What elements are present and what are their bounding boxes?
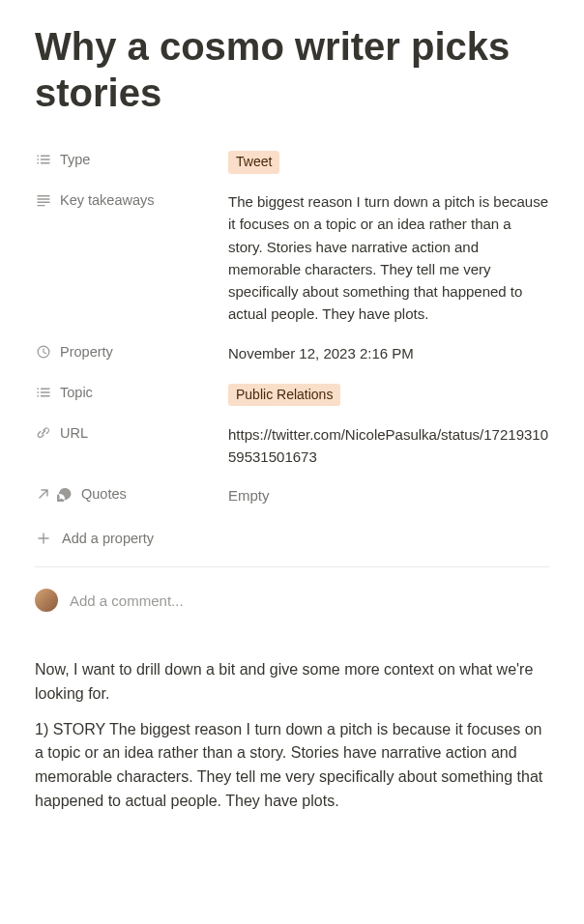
property-label: URL (35, 422, 228, 442)
add-property-label: Add a property (62, 531, 154, 546)
property-topic[interactable]: Topic Public Relations (35, 378, 549, 411)
property-type[interactable]: Type Tweet (35, 145, 549, 178)
avatar (35, 589, 58, 612)
property-label: Type (35, 149, 228, 168)
property-value[interactable]: Tweet (228, 149, 549, 174)
property-value[interactable]: November 12, 2023 2:16 PM (228, 341, 549, 364)
multiselect-icon (35, 151, 52, 168)
text-icon (35, 191, 52, 209)
multiselect-icon (35, 384, 52, 401)
property-label-text: Quotes (81, 486, 127, 502)
type-tag[interactable]: Tweet (228, 151, 279, 174)
topic-tag[interactable]: Public Relations (228, 384, 340, 407)
page-body[interactable]: Now, I want to drill down a bit and give… (35, 658, 549, 814)
property-label: Topic (35, 382, 228, 401)
plus-icon (35, 530, 52, 547)
properties-panel: Type Tweet Key takeaways The biggest rea… (35, 145, 549, 512)
property-label-text: Type (60, 152, 90, 167)
property-date[interactable]: Property November 12, 2023 2:16 PM (35, 337, 549, 370)
property-key-takeaways[interactable]: Key takeaways The biggest reason I turn … (35, 186, 549, 330)
property-value[interactable]: Public Relations (228, 382, 549, 407)
property-label: Property (35, 341, 228, 361)
divider (35, 566, 549, 567)
comment-placeholder: Add a comment... (70, 592, 184, 609)
arrow-icon (35, 485, 52, 503)
svg-point-0 (62, 493, 64, 495)
body-paragraph[interactable]: Now, I want to drill down a bit and give… (35, 658, 549, 707)
property-value[interactable]: https://twitter.com/NicolePasulka/status… (228, 422, 549, 469)
property-value[interactable]: The biggest reason I turn down a pitch i… (228, 189, 549, 326)
speech-bubble-icon (56, 485, 73, 503)
property-url[interactable]: URL https://twitter.com/NicolePasulka/st… (35, 419, 549, 473)
property-label: Quotes (35, 483, 228, 503)
property-quotes[interactable]: Quotes Empty (35, 479, 549, 512)
property-label-text: Topic (60, 385, 93, 400)
property-label-text: Key takeaways (60, 192, 155, 208)
property-label: Key takeaways (35, 189, 228, 209)
property-label-text: Property (60, 344, 113, 360)
body-paragraph[interactable]: 1) STORY The biggest reason I turn down … (35, 718, 549, 814)
svg-point-2 (67, 493, 69, 495)
link-icon (35, 424, 52, 442)
comment-input-row[interactable]: Add a comment... (35, 585, 549, 635)
page-title[interactable]: Why a cosmo writer picks stories (35, 23, 549, 116)
add-property-button[interactable]: Add a property (35, 524, 549, 557)
property-label-text: URL (60, 425, 88, 441)
clock-icon (35, 343, 52, 361)
property-value-empty[interactable]: Empty (228, 483, 549, 506)
svg-point-1 (64, 493, 66, 495)
